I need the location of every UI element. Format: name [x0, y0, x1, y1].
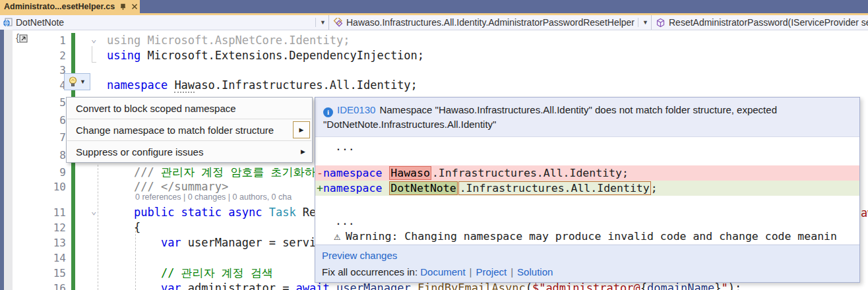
preview-changes-link[interactable]: Preview changes [322, 250, 853, 261]
fix-scope-document[interactable]: Document [420, 266, 465, 277]
line-number: 7 [38, 130, 66, 145]
submenu-arrow-icon: ▶ [301, 148, 305, 155]
collapse-chevron-icon[interactable]: ⌄ [91, 32, 96, 47]
fix-scope-project[interactable]: Project [476, 266, 507, 277]
line-number: 8 [38, 148, 66, 163]
line-number: 14 [38, 250, 66, 266]
type-dropdown[interactable]: Hawaso.Infrastructures.All.Identity.Admi… [329, 15, 652, 30]
fix-all-label: Fix all occurrences in: [322, 266, 418, 277]
line-number: 2 [38, 48, 66, 63]
submenu-arrow-icon[interactable]: ▶ [293, 121, 310, 138]
menu-item-label: Convert to block scoped namespace [76, 103, 236, 114]
diagnostic-code[interactable]: IDE0130 [337, 104, 375, 115]
close-icon[interactable] [131, 3, 138, 10]
code-line-4[interactable]: 4namespace Hawaso.Infrastructures.All.Id… [0, 78, 868, 93]
navigation-bar: DotNetNote ▼ Hawaso.Infrastructures.All.… [0, 15, 868, 30]
project-dropdown[interactable]: DotNetNote ▼ [0, 15, 329, 30]
code-text: /// 관리자 계정 암호를 초기화하 [107, 165, 316, 180]
menu-item-label: Suppress or configure issues [76, 146, 203, 158]
info-icon: i [323, 107, 333, 117]
line-number: 13 [38, 235, 66, 250]
diff-ellipsis: ... [335, 139, 859, 154]
warning-text: Warning: Changing namespace may produce … [346, 230, 837, 243]
code-text: namespace Hawaso.Infrastructures.All.Ide… [107, 78, 418, 93]
quick-actions-lightbulb[interactable]: ▼ [64, 73, 90, 90]
clipped-code-fragment: aw [861, 206, 868, 219]
tab-bar: Administrato...esetHelper.cs [0, 0, 868, 13]
chevron-down-icon: ▼ [315, 18, 326, 27]
diff-removed-highlight: Hawaso [389, 166, 431, 180]
tab-title: Administrato...esetHelper.cs [4, 2, 115, 11]
quick-actions-menu: Convert to block scoped namespace Change… [66, 97, 313, 163]
diff-added-line: +namespace DotNetNote.Infrastructures.Al… [315, 181, 859, 196]
method-icon [656, 18, 666, 28]
lightbulb-icon [69, 76, 77, 87]
line-number: 9 [38, 165, 66, 180]
fix-all-line: Fix all occurrences in: Document|Project… [322, 266, 853, 277]
menu-item-suppress-configure[interactable]: Suppress or configure issues ▶ [67, 141, 312, 162]
menu-item-change-namespace[interactable]: Change namespace to match folder structu… [67, 119, 312, 140]
document-tab[interactable]: Administrato...esetHelper.cs [0, 0, 140, 13]
diff-ellipsis: ... [335, 214, 859, 229]
project-icon [3, 18, 13, 27]
code-text: // 관리자 계정 검색 [107, 266, 273, 281]
menu-item-label: Change namespace to match folder structu… [76, 125, 274, 136]
line-number: 1 [38, 33, 66, 48]
diagnostic-message: Namespace "Hawaso.Infrastructures.All.Id… [323, 104, 777, 130]
member-dropdown[interactable]: ResetAdministratorPassword(IServiceProvi… [652, 15, 868, 30]
fix-scope-solution[interactable]: Solution [517, 266, 553, 277]
chevron-down-icon: ▼ [80, 78, 86, 85]
line-number: 6 [38, 113, 66, 128]
class-icon [333, 18, 343, 28]
code-text: public static async Task Re [107, 205, 316, 220]
line-number: 15 [38, 266, 66, 281]
code-text: var userManager = servi [107, 235, 316, 250]
chevron-down-icon: ▼ [638, 18, 648, 27]
code-line-3[interactable]: 3 [0, 63, 868, 78]
project-name: DotNetNote [16, 17, 64, 28]
vs-editor-window: Administrato...esetHelper.cs DotNetNote … [0, 0, 868, 290]
warning-line: ⚠Warning: Changing namespace may produce… [334, 229, 859, 244]
code-line-1[interactable]: 1⌄using Microsoft.AspNetCore.Identity; [0, 33, 868, 48]
codelens-indicator[interactable]: 0 references | 0 changes | 0 authors, 0 … [135, 192, 292, 202]
line-number: 3 [38, 63, 66, 78]
code-line-2[interactable]: 2using Microsoft.Extensions.DependencyIn… [0, 48, 868, 63]
pin-icon[interactable] [119, 3, 127, 11]
diff-added-prefix: + [317, 182, 323, 194]
diagnostic-preview-panel: iIDE0130Namespace "Hawaso.Infrastructure… [315, 97, 860, 283]
line-number: 10 [38, 179, 66, 194]
line-number: 12 [38, 220, 66, 235]
type-name: Hawaso.Infrastructures.All.Identity.Admi… [346, 17, 635, 28]
line-number: 11 [38, 205, 66, 220]
line-number: 5 [38, 95, 66, 110]
line-number: 4 [38, 78, 66, 93]
diff-removed-prefix: - [317, 167, 323, 179]
collapse-chevron-icon[interactable]: ⌄ [91, 204, 96, 219]
diagnostic-header: iIDE0130Namespace "Hawaso.Infrastructure… [315, 98, 859, 137]
code-text: using Microsoft.Extensions.DependencyInj… [107, 48, 424, 63]
line-number: 16 [38, 281, 66, 290]
warning-icon: ⚠ [334, 230, 340, 243]
member-name: ResetAdministratorPassword(IServiceProvi… [669, 17, 868, 28]
code-text: using Microsoft.AspNetCore.Identity; [107, 33, 350, 48]
diff-removed-line: -namespace Hawaso.Infrastructures.All.Id… [315, 165, 859, 181]
code-text: { [107, 220, 140, 235]
diff-added-frame: .Infrastructures.All.Identity [458, 181, 651, 195]
menu-item-convert-block-scoped[interactable]: Convert to block scoped namespace [67, 98, 312, 119]
panel-footer: Preview changes Fix all occurrences in: … [315, 245, 859, 282]
diff-added-highlight: DotNetNote [389, 181, 457, 195]
